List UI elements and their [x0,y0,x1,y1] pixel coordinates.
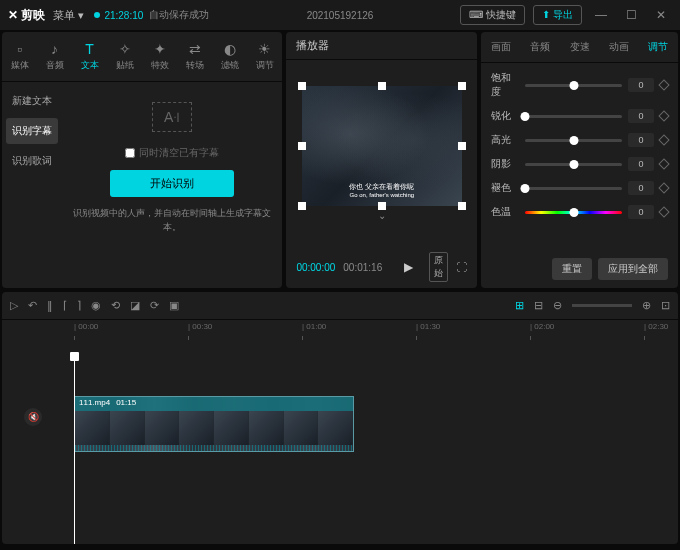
tab-4[interactable]: ✦特效 [142,32,177,81]
maximize-button[interactable]: ☐ [620,8,642,22]
slider-label: 色温 [491,205,519,219]
slider-track[interactable] [525,115,622,118]
slider-value[interactable]: 0 [628,78,654,92]
tab-5[interactable]: ⇄转场 [177,32,212,81]
titlebar: ✕ 剪映 菜单 ▾ 21:28:10 自动保存成功 202105192126 ⌨… [0,0,680,30]
slider-track[interactable] [525,163,622,166]
preview-viewport[interactable]: 你也 父亲在看着你呢 Go on, father's watching [302,86,462,206]
slider-track[interactable] [525,187,622,190]
resize-handle[interactable] [458,142,466,150]
app-logo: ✕ 剪映 [8,7,45,24]
keyframe-button[interactable] [658,79,669,90]
tab-0[interactable]: ▫媒体 [2,32,37,81]
project-name: 202105192126 [307,10,374,21]
fullscreen-button[interactable]: ⛶ [456,261,467,273]
keyframe-button[interactable] [658,110,669,121]
slider-label: 锐化 [491,109,519,123]
property-tab-0[interactable]: 画面 [481,32,520,62]
ruler-tick: | 00:30 [188,322,212,331]
menu-button[interactable]: 菜单 ▾ [53,8,84,23]
mirror-tool[interactable]: ◪ [130,299,140,312]
status-dot [94,12,100,18]
start-recognize-button[interactable]: 开始识别 [110,170,234,197]
slider-value[interactable]: 0 [628,205,654,219]
keyframe-button[interactable] [658,182,669,193]
slider-track[interactable] [525,211,622,214]
property-tab-4[interactable]: 调节 [639,32,678,62]
freeze-tool[interactable]: ◉ [91,299,101,312]
resize-handle[interactable] [298,202,306,210]
track-tool[interactable]: ⊟ [534,299,543,312]
cut-right-tool[interactable]: ⌉ [77,299,81,312]
current-time: 00:00:00 [296,262,335,273]
slider-track[interactable] [525,84,622,87]
cut-left-tool[interactable]: ⌈ [63,299,67,312]
slider-value[interactable]: 0 [628,157,654,171]
minimize-button[interactable]: — [590,8,612,22]
slider-label: 褪色 [491,181,519,195]
reset-button[interactable]: 重置 [552,258,592,280]
zoom-out-tool[interactable]: ⊖ [553,299,562,312]
snap-tool[interactable]: ⊞ [515,299,524,312]
back-tool[interactable]: ↶ [28,299,37,312]
apply-all-button[interactable]: 应用到全部 [598,258,668,280]
slider-value[interactable]: 0 [628,133,654,147]
resize-handle[interactable] [378,202,386,210]
play-button[interactable]: ▶ [404,260,413,274]
duration: 00:01:16 [343,262,382,273]
tab-1[interactable]: ♪音频 [37,32,72,81]
timeline-tracks[interactable]: 🔇 111.mp4 01:15 [2,340,678,544]
property-tab-3[interactable]: 动画 [599,32,638,62]
tab-2[interactable]: T文本 [72,32,107,81]
clip-duration: 01:15 [116,398,136,410]
mute-button[interactable]: 🔇 [24,408,42,426]
zoom-in-tool[interactable]: ⊕ [642,299,651,312]
timeline-panel: ▷ ↶ ‖ ⌈ ⌉ ◉ ⟲ ◪ ⟳ ▣ ⊞ ⊟ ⊖ ⊕ ⊡ | 00:00| 0… [2,292,678,544]
save-time: 21:28:10 [104,10,143,21]
fit-tool[interactable]: ⊡ [661,299,670,312]
resize-handle[interactable] [458,82,466,90]
resize-handle[interactable] [378,82,386,90]
shortcut-button[interactable]: ⌨ 快捷键 [460,5,525,25]
crop-tool[interactable]: ▣ [169,299,179,312]
zoom-slider[interactable] [572,304,632,307]
tab-7[interactable]: ☀调节 [247,32,282,81]
slider-label: 高光 [491,133,519,147]
ruler-tick: | 02:00 [530,322,554,331]
clip-name: 111.mp4 [79,398,110,410]
subtab-0[interactable]: 新建文本 [6,88,58,114]
tab-6[interactable]: ◐滤镜 [212,32,247,81]
video-track[interactable]: 🔇 111.mp4 01:15 [60,396,670,452]
preview-panel: 播放器 你也 父亲在看着你呢 Go on, father's watching [286,32,477,288]
property-tab-2[interactable]: 变速 [560,32,599,62]
subtab-2[interactable]: 识别歌词 [6,148,58,174]
ruler-tick: | 00:00 [74,322,98,331]
slider-track[interactable] [525,139,622,142]
export-button[interactable]: ⬆ 导出 [533,5,582,25]
rotate-tool[interactable]: ⟳ [150,299,159,312]
property-tab-1[interactable]: 音频 [521,32,560,62]
slider-value[interactable]: 0 [628,109,654,123]
aspect-ratio-button[interactable]: 原始 [429,252,448,282]
save-status: 自动保存成功 [149,8,209,22]
timeline-ruler[interactable]: | 00:00| 00:30| 01:00| 01:30| 02:00| 02:… [2,320,678,340]
reverse-tool[interactable]: ⟲ [111,299,120,312]
split-tool[interactable]: ‖ [47,299,53,312]
subtab-1[interactable]: 识别字幕 [6,118,58,144]
recognize-description: 识别视频中的人声，并自动在时间轴上生成字幕文本。 [70,207,274,234]
tab-3[interactable]: ✧贴纸 [107,32,142,81]
select-tool[interactable]: ▷ [10,299,18,312]
video-clip[interactable]: 111.mp4 01:15 [74,396,354,452]
keyframe-button[interactable] [658,134,669,145]
playhead[interactable] [74,358,75,544]
resize-handle[interactable] [458,202,466,210]
resize-handle[interactable] [298,142,306,150]
keyframe-button[interactable] [658,158,669,169]
slider-value[interactable]: 0 [628,181,654,195]
clear-subtitle-checkbox[interactable]: 同时清空已有字幕 [125,146,219,160]
close-button[interactable]: ✕ [650,8,672,22]
keyframe-button[interactable] [658,206,669,217]
preview-marker-icon: ⌄ [378,210,386,221]
resize-handle[interactable] [298,82,306,90]
preview-subtitle: 你也 父亲在看着你呢 Go on, father's watching [302,182,462,198]
